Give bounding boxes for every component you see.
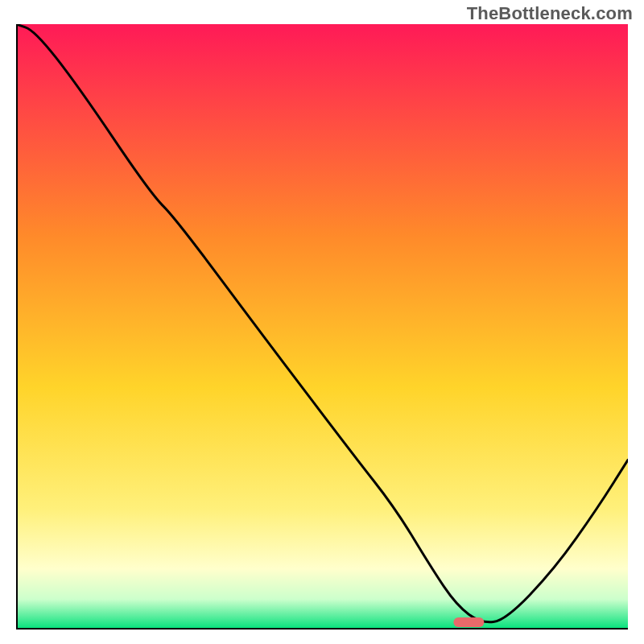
watermark-text: TheBottleneck.com — [467, 3, 633, 24]
chart-svg — [16, 24, 628, 630]
gradient-background — [16, 24, 628, 630]
chart-stage: TheBottleneck.com — [0, 0, 644, 644]
plot-area — [16, 24, 628, 630]
optimum-marker — [453, 617, 484, 627]
